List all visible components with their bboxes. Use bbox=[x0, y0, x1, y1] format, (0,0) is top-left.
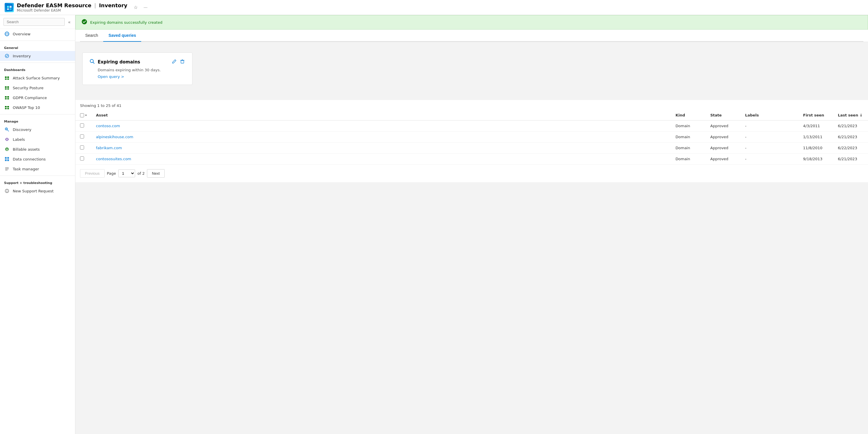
lastseen-4: 6/21/2023 bbox=[833, 154, 868, 165]
sidebar-search-area: « bbox=[0, 15, 75, 29]
delete-query-button[interactable] bbox=[180, 59, 185, 65]
edit-query-button[interactable] bbox=[171, 59, 177, 65]
gdpr-icon bbox=[4, 95, 10, 101]
svg-rect-30 bbox=[5, 159, 7, 161]
sidebar-item-billable[interactable]: $ Billable assets bbox=[0, 144, 75, 154]
page-label: Page bbox=[107, 171, 116, 175]
col-header-labels: Labels bbox=[740, 110, 799, 121]
labels-2: - bbox=[740, 132, 799, 142]
next-button[interactable]: Next bbox=[147, 169, 165, 177]
svg-rect-8 bbox=[7, 78, 9, 80]
query-card-header: Expiring domains bbox=[90, 59, 185, 65]
lastseen-3: 6/22/2023 bbox=[833, 142, 868, 154]
labels-icon bbox=[4, 136, 10, 142]
sidebar-item-label-attack-surface: Attack Surface Summary bbox=[13, 76, 60, 80]
kind-3: Domain bbox=[671, 142, 706, 154]
page-select[interactable]: 1 2 bbox=[118, 169, 135, 177]
svg-rect-6 bbox=[7, 76, 9, 78]
sidebar-item-labels[interactable]: Labels bbox=[0, 134, 75, 144]
firstseen-1: 4/3/2011 bbox=[799, 121, 833, 132]
col-header-firstseen: First seen bbox=[799, 110, 833, 121]
sidebar-item-label-billable: Billable assets bbox=[13, 147, 40, 152]
svg-rect-7 bbox=[5, 78, 7, 80]
header-separator: | bbox=[94, 2, 96, 8]
asset-link-2[interactable]: alpineskihouse.com bbox=[96, 135, 133, 139]
sidebar-item-label-labels: Labels bbox=[13, 137, 25, 142]
svg-rect-11 bbox=[5, 88, 7, 90]
asset-link-4[interactable]: contososuites.com bbox=[96, 157, 131, 161]
table-body: contoso.com Domain Approved - 4/3/2011 6… bbox=[75, 121, 868, 165]
tab-search[interactable]: Search bbox=[80, 30, 103, 42]
sidebar-item-support[interactable]: New Support Request bbox=[0, 186, 75, 196]
sidebar-item-owasp[interactable]: OWASP Top 10 bbox=[0, 103, 75, 112]
svg-rect-12 bbox=[7, 88, 9, 90]
query-search-icon bbox=[90, 59, 95, 65]
chevron-down-icon[interactable]: ▾ bbox=[85, 113, 87, 117]
svg-rect-20 bbox=[7, 108, 9, 109]
sidebar-item-inventory[interactable]: Inventory bbox=[0, 51, 75, 61]
row-checkbox-4[interactable] bbox=[80, 157, 84, 161]
discovery-icon bbox=[4, 127, 10, 132]
tab-saved-queries[interactable]: Saved queries bbox=[103, 30, 141, 42]
svg-rect-15 bbox=[5, 98, 7, 99]
sidebar-section-dashboards: Dashboards bbox=[0, 65, 75, 73]
open-query-link[interactable]: Open query > bbox=[90, 74, 185, 79]
query-card: Expiring domains bbox=[82, 53, 192, 85]
success-banner: Expiring domains successfully created bbox=[75, 15, 868, 30]
sidebar-item-security-posture[interactable]: Security Posture bbox=[0, 83, 75, 93]
tabs-wrapper: Search Saved queries bbox=[75, 30, 868, 42]
owasp-icon bbox=[4, 105, 10, 110]
sidebar-section-manage: Manage bbox=[0, 116, 75, 125]
row-checkbox-3[interactable] bbox=[80, 145, 84, 149]
table-row: contososuites.com Domain Approved - 9/18… bbox=[75, 154, 868, 165]
sidebar-item-data-connections[interactable]: Data connections bbox=[0, 154, 75, 164]
security-posture-icon bbox=[4, 85, 10, 91]
svg-rect-29 bbox=[7, 157, 9, 159]
sidebar-collapse-button[interactable]: « bbox=[67, 19, 72, 25]
header-actions: ☆ ··· bbox=[132, 4, 149, 11]
svg-rect-16 bbox=[7, 98, 9, 99]
svg-line-23 bbox=[7, 130, 9, 132]
query-title: Expiring domains bbox=[98, 59, 168, 65]
sidebar-item-label-overview: Overview bbox=[13, 32, 30, 36]
svg-rect-9 bbox=[5, 86, 7, 88]
state-1: Approved bbox=[706, 121, 740, 132]
resource-name: Defender EASM Resource bbox=[17, 2, 91, 8]
svg-line-40 bbox=[93, 62, 94, 64]
data-table: ▾ Asset Kind State Labels bbox=[75, 110, 868, 165]
svg-point-22 bbox=[6, 128, 7, 130]
svg-rect-0 bbox=[6, 4, 13, 11]
firstseen-2: 1/13/2011 bbox=[799, 132, 833, 142]
sidebar-item-overview[interactable]: Overview bbox=[0, 29, 75, 39]
search-input[interactable] bbox=[3, 18, 65, 26]
sidebar-item-task-manager[interactable]: Task manager bbox=[0, 164, 75, 174]
lastseen-1: 6/21/2023 bbox=[833, 121, 868, 132]
state-4: Approved bbox=[706, 154, 740, 165]
row-checkbox-2[interactable] bbox=[80, 134, 84, 138]
col-header-lastseen[interactable]: Last seen ↓ bbox=[833, 110, 868, 121]
previous-button[interactable]: Previous bbox=[80, 169, 105, 177]
header-title-group: Defender EASM Resource | Inventory Micro… bbox=[17, 2, 127, 12]
select-all-checkbox[interactable] bbox=[80, 113, 84, 117]
sidebar-item-label-gdpr: GDPR Compliance bbox=[13, 96, 47, 100]
sidebar-item-label-support: New Support Request bbox=[13, 189, 54, 193]
svg-rect-18 bbox=[7, 106, 9, 107]
sidebar-item-attack-surface[interactable]: Attack Surface Summary bbox=[0, 73, 75, 83]
sidebar: « Overview General Inventor bbox=[0, 15, 75, 434]
svg-rect-10 bbox=[7, 86, 9, 88]
table-row: fabrikam.com Domain Approved - 11/8/2010… bbox=[75, 142, 868, 154]
row-checkbox-1[interactable] bbox=[80, 124, 84, 128]
more-options-button[interactable]: ··· bbox=[142, 4, 149, 11]
overview-icon bbox=[4, 31, 10, 37]
favorite-button[interactable]: ☆ bbox=[132, 4, 139, 11]
sidebar-item-discovery[interactable]: Discovery bbox=[0, 125, 75, 134]
asset-link-3[interactable]: fabrikam.com bbox=[96, 146, 122, 150]
asset-link-1[interactable]: contoso.com bbox=[96, 124, 120, 128]
header-subtitle: Microsoft Defender EASM bbox=[17, 8, 127, 12]
pagination: Previous Page 1 2 of 2 Next bbox=[75, 165, 868, 182]
billable-icon: $ bbox=[4, 146, 10, 152]
sidebar-item-gdpr[interactable]: GDPR Compliance bbox=[0, 93, 75, 103]
kind-2: Domain bbox=[671, 132, 706, 142]
showing-text: Showing 1 to 25 of 41 bbox=[75, 100, 868, 110]
query-actions bbox=[171, 59, 185, 65]
